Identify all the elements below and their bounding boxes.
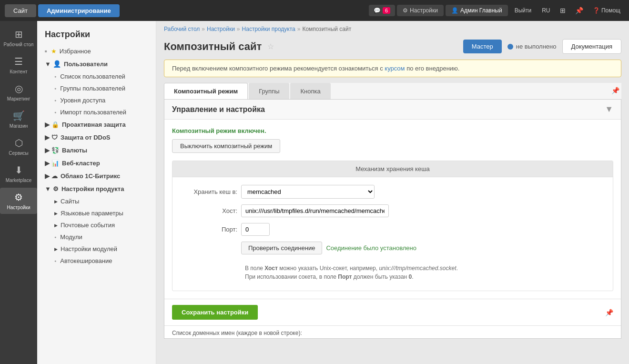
sidebar-item-user-groups[interactable]: ● Группы пользователей — [37, 82, 156, 94]
sidebar-item-label: Группы пользователей — [60, 85, 125, 92]
sidebar-item-label: Сайты — [61, 198, 79, 205]
sidebar-group-label: Валюты — [62, 147, 87, 154]
sidebar-group-product-settings[interactable]: ▼ ⚙ Настройки продукта — [37, 182, 156, 195]
sidebar-item-user-list[interactable]: ● Список пользователей — [37, 71, 156, 82]
tab-composite-mode[interactable]: Композитный режим — [164, 83, 248, 99]
bullet-icon: ● — [54, 235, 56, 239]
sidebar-item-import-users[interactable]: ● Импорт пользователей — [37, 106, 156, 118]
shop-icon: 🛒 — [13, 110, 25, 121]
sidebar-item-module-settings[interactable]: ▶ Настройки модулей — [37, 243, 156, 255]
breadcrumb-current: Композитный сайт — [302, 26, 351, 32]
sidebar-item-sites[interactable]: ▶ Сайты — [37, 195, 156, 207]
port-row: Порт: — [180, 223, 605, 236]
arrow-down-icon: ▼ — [45, 185, 51, 192]
store-row: Хранить кеш в: memcached files redis — [180, 185, 605, 199]
port-input[interactable] — [241, 223, 270, 236]
sidebar-item-label: Почтовые события — [61, 222, 115, 229]
users-icon: 👤 — [53, 60, 61, 68]
user-menu[interactable]: 👤 Админ Главный — [446, 5, 508, 16]
arrow-right-icon: ▶ — [54, 247, 58, 252]
save-button[interactable]: Сохранить настройки — [172, 305, 258, 320]
arrow-right-icon: ▶ — [45, 160, 50, 167]
sidebar-group-currencies[interactable]: ▶ 💱 Валюты — [37, 144, 156, 157]
notifications-btn[interactable]: 💬 6 — [369, 5, 395, 16]
breadcrumb-desktop[interactable]: Рабочий стол — [164, 26, 200, 32]
sidebar-item-label: Импорт пользователей — [60, 109, 126, 116]
nav-shop[interactable]: 🛒 Магазин — [0, 106, 37, 132]
nav-content[interactable]: ☰ Контент — [0, 52, 37, 78]
tab-pin-icon[interactable]: 📌 — [611, 87, 619, 94]
sidebar-item-mail-events[interactable]: ▶ Почтовые события — [37, 219, 156, 231]
pin-icon[interactable]: 📌 — [571, 4, 587, 17]
save-pin-icon[interactable]: 📌 — [605, 309, 613, 316]
sidebar-group-users[interactable]: ▼ 👤 Пользователи — [37, 57, 156, 71]
sidebar-group-webcluster[interactable]: ▶ 📊 Веб-кластер — [37, 157, 156, 170]
section-toggle-icon[interactable]: ▼ — [605, 104, 613, 114]
arrow-right-icon: ▶ — [54, 211, 58, 216]
admin-tab[interactable]: Администрирование — [38, 4, 120, 17]
star-icon: ★ — [51, 48, 57, 55]
gear-icon: ⚙ — [53, 185, 59, 192]
alert-link[interactable]: курсом — [385, 65, 405, 72]
sidebar-item-modules[interactable]: ● Модули — [37, 231, 156, 243]
sidebar-item-favorites[interactable]: ■ ★ Избранное — [37, 45, 156, 57]
sidebar-item-label: Настройки модулей — [61, 245, 117, 253]
sidebar-item-access-levels[interactable]: ● Уровня доступа — [37, 94, 156, 106]
marketplace-icon: ⬇ — [15, 164, 23, 176]
lock-icon: 🔒 — [51, 121, 59, 128]
site-tab[interactable]: Сайт — [5, 4, 36, 17]
sidebar-group-proactive[interactable]: ▶ 🔒 Проактивная защита — [37, 118, 156, 131]
sidebar-group-label: Облако 1С-Битрикс — [61, 172, 120, 180]
arrow-right-icon: ▶ — [45, 121, 50, 128]
notifications-icon: 💬 — [374, 7, 381, 14]
content-icon: ☰ — [14, 56, 23, 67]
exit-btn[interactable]: Выйти — [510, 5, 537, 16]
sidebar-item-label: Автокеширование — [60, 257, 112, 264]
sidebar-group-label: Веб-кластер — [62, 160, 100, 167]
sidebar: Настройки ■ ★ Избранное ▼ 👤 Пользователи… — [37, 21, 156, 364]
bullet-icon: ■ — [45, 49, 47, 53]
notifications-badge: 6 — [383, 7, 390, 14]
tab-groups[interactable]: Группы — [249, 83, 289, 99]
favorite-star-icon[interactable]: ☆ — [267, 42, 274, 51]
nav-desktop[interactable]: ⊞ Рабочий стол — [0, 25, 37, 51]
disable-mode-button[interactable]: Выключить композитный режим — [172, 139, 280, 153]
sidebar-group-cloud[interactable]: ▶ ☁ Облако 1С-Битрикс — [37, 170, 156, 182]
shield-icon: 🛡 — [51, 134, 58, 141]
lang-selector[interactable]: RU — [538, 5, 554, 16]
save-section: Сохранить настройки 📌 — [164, 299, 621, 325]
services-icon: ⬡ — [15, 137, 23, 149]
check-connection-button[interactable]: Проверить соединение — [241, 242, 322, 254]
currency-icon: 💱 — [51, 147, 59, 154]
store-label: Хранить кеш в: — [180, 188, 237, 195]
bottom-label: Список доменных имен (каждое в новой стр… — [164, 325, 621, 338]
breadcrumb-sep: » — [297, 26, 301, 32]
arrow-down-icon: ▼ — [45, 61, 51, 68]
marketing-icon: ◎ — [15, 83, 23, 94]
nav-services[interactable]: ⬡ Сервисы — [0, 133, 37, 160]
main-layout: ⊞ Рабочий стол ☰ Контент ◎ Маркетинг 🛒 М… — [0, 21, 629, 364]
breadcrumb-settings[interactable]: Настройки — [207, 26, 235, 32]
alert-text-after: по его внедрению. — [405, 65, 460, 72]
store-select[interactable]: memcached files redis — [241, 185, 375, 199]
sidebar-item-autocache[interactable]: ● Автокеширование — [37, 255, 156, 267]
tab-button[interactable]: Кнопка — [290, 83, 330, 99]
user-icon: 👤 — [451, 7, 458, 14]
settings-topbar-btn[interactable]: ⚙ Настройки — [397, 5, 444, 16]
master-button[interactable]: Мастер — [463, 40, 502, 53]
grid-icon[interactable]: ⊞ — [556, 4, 569, 17]
help-btn[interactable]: ❓ Помощ — [589, 5, 624, 16]
nav-marketplace[interactable]: ⬇ Marketplace — [0, 161, 37, 187]
check-row: Проверить соединение Соединение было уст… — [180, 242, 605, 254]
nav-settings[interactable]: ⚙ Настройки — [0, 188, 37, 214]
breadcrumb-sep: » — [202, 26, 205, 32]
page-header: Композитный сайт ☆ Мастер не выполнено Д… — [156, 35, 629, 60]
docs-button[interactable]: Документация — [562, 39, 622, 54]
sidebar-group-ddos[interactable]: ▶ 🛡 Защита от DDoS — [37, 131, 156, 144]
sidebar-item-label: Языковые параметры — [61, 210, 123, 217]
desktop-icon: ⊞ — [15, 29, 23, 40]
sidebar-item-language[interactable]: ▶ Языковые параметры — [37, 207, 156, 219]
host-input[interactable] — [241, 204, 389, 217]
nav-marketing[interactable]: ◎ Маркетинг — [0, 79, 37, 105]
breadcrumb-product-settings[interactable]: Настройки продукта — [242, 26, 295, 32]
